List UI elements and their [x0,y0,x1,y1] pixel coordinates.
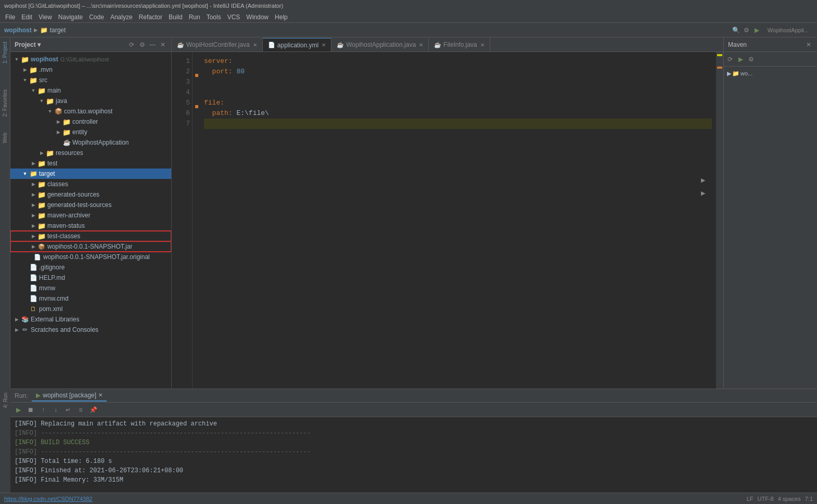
test-arrow: ▶ [29,159,37,167]
tree-mvn[interactable]: ▶ 📁 .mvn [10,64,171,75]
tab-close-1[interactable]: ✕ [253,42,257,48]
tree-jar-original[interactable]: 📄 wopihost-0.0.1-SNAPSHOT.jar.original [10,252,171,262]
tab-wopi-controller-label: WopiHostContrller.java [186,41,250,48]
sync-icon[interactable]: ⟳ [127,41,136,49]
test-classes-icon: 📁 [37,232,46,240]
menu-run[interactable]: Run [186,12,203,22]
menu-refactor[interactable]: Refactor [136,12,165,22]
tree-helpmd[interactable]: 📄 HELP.md [10,273,171,283]
tree-ext-libs[interactable]: ▶ 📚 External Libraries [10,314,171,325]
menu-analyze[interactable]: Analyze [107,12,136,22]
tree-gen-sources[interactable]: ▶ 📁 generated-sources [10,189,171,200]
ctrl-arrow: ▶ [54,118,62,126]
run-label-strip[interactable]: 4: Run [2,391,9,410]
tree-scratches[interactable]: ▶ ✏ Scratches and Consoles [10,325,171,335]
run-tab-wopihost[interactable]: ▶ wopihost [package] ✕ [32,390,107,402]
settings-icon[interactable]: ⚙ [138,41,146,49]
tree-mvnw[interactable]: 📄 mvnw [10,283,171,293]
scratches-icon: ✏ [21,326,29,334]
tree-root[interactable]: ▼ 📁 wopihost G:\GitLab\wopihost [10,54,171,64]
run-stop-btn[interactable]: ⏹ [25,404,36,416]
code-line-4 [204,87,712,98]
maven-content: ▶ 📁 wo... [724,67,817,389]
hide-icon[interactable]: ✕ [159,41,167,49]
run-up-btn[interactable]: ↑ [37,404,49,416]
tree-resources[interactable]: ▶ 📁 resources [10,148,171,158]
collapse-icon[interactable]: — [148,41,157,49]
menu-help[interactable]: Help [272,12,291,22]
run-filter-btn[interactable]: ≡ [75,404,86,416]
tree-controller[interactable]: ▶ 📁 controller [10,117,171,127]
tree-main[interactable]: ▼ 📁 main [10,85,171,96]
favorites-strip-tab[interactable]: 2: Favorites [1,87,9,119]
tree-mvnwcmd[interactable]: 📄 mvnw.cmd [10,293,171,304]
tree-java[interactable]: ▼ 📁 java [10,96,171,106]
mvn-arrow: ▶ [21,66,29,74]
maven-close-icon[interactable]: ✕ [805,41,813,49]
menu-build[interactable]: Build [165,12,186,22]
tab-close-4[interactable]: ✕ [480,42,484,48]
bottom-side-icons: 4: Run [0,389,10,493]
menu-navigate[interactable]: Navigate [55,12,86,22]
editor-code[interactable]: server: port: 80 file: path: E:\file\ [200,52,716,389]
tree-src[interactable]: ▼ 📁 src [10,75,171,85]
tree-target[interactable]: ▼ 📁 target [10,169,171,179]
tab-wopi-controller[interactable]: ☕ WopiHostContrller.java ✕ [172,38,263,51]
menu-edit[interactable]: Edit [18,12,35,22]
menu-view[interactable]: View [35,12,55,22]
maven-sync-icon[interactable]: ⟳ [726,55,734,63]
tree-wopi-app[interactable]: ☕ WopihostApplication [10,137,171,148]
run-pin-btn[interactable]: 📌 [87,404,99,416]
maven-arch-icon: 📁 [37,211,46,219]
entity-label: entity [72,128,87,136]
tab-wopi-app[interactable]: ☕ WopihostApplication.java ✕ [331,38,429,51]
tab-close-3[interactable]: ✕ [419,42,423,48]
main-folder-icon: 📁 [37,86,46,95]
tree-maven-archiver[interactable]: ▶ 📁 maven-archiver [10,210,171,221]
editor-scrollbar[interactable] [716,52,723,389]
tree-entity[interactable]: ▶ 📁 entity [10,127,171,137]
tree-package[interactable]: ▼ 📦 com.tao.wopihost [10,106,171,117]
gear-icon[interactable]: ⚙ [743,26,751,34]
menu-code[interactable]: Code [86,12,107,22]
menu-file[interactable]: File [2,12,18,22]
project-name[interactable]: wopihost [4,27,32,34]
menu-vcs[interactable]: VCS [224,12,244,22]
code-key-path: path: [212,108,233,119]
tab-fileinfo[interactable]: ☕ FileInfo.java ✕ [429,38,490,51]
run-icon[interactable]: ▶ [753,26,761,34]
target-folder[interactable]: target [50,27,66,34]
tab-close-2[interactable]: ✕ [322,42,326,48]
tree-gitignore[interactable]: 📄 .gitignore [10,262,171,273]
run-down-btn[interactable]: ↓ [50,404,61,416]
menu-window[interactable]: Window [243,12,272,22]
maven-settings-icon[interactable]: ⚙ [747,55,755,63]
run-play-btn[interactable]: ▶ [12,404,24,416]
search-icon[interactable]: 🔍 [732,26,741,34]
tree-gen-test-sources[interactable]: ▶ 📁 generated-test-sources [10,200,171,210]
title-bar: wopihost [G:\GitLab\wopihost] – ...\src\… [0,0,817,11]
mvnw-icon: 📄 [29,284,37,292]
tree-maven-status[interactable]: ▶ 📁 maven-status [10,221,171,231]
pomxml-label: pom.xml [39,305,62,313]
maven-toolbar: ⟳ ▶ ⚙ [724,52,817,67]
run-wrap-btn[interactable]: ↵ [62,404,74,416]
gitignore-icon: 📄 [29,263,37,272]
editor-area: ☕ WopiHostContrller.java ✕ 📄 application… [172,37,723,389]
status-lf: LF [747,496,754,502]
web-strip-tab[interactable]: Web [1,131,9,145]
status-right: LF UTF-8 4 spaces 7:1 [747,496,813,502]
maven-run-icon[interactable]: ▶ [736,55,745,63]
menu-tools[interactable]: Tools [203,12,224,22]
tab-application-yml[interactable]: 📄 application.yml ✕ [263,38,331,51]
tree-classes[interactable]: ▶ 📁 classes [10,179,171,189]
tree-snapshot-jar[interactable]: ▶ 📦 wopihost-0.0.1-SNAPSHOT.jar [10,241,171,252]
gen-test-src-label: generated-test-sources [47,201,111,209]
tree-test[interactable]: ▶ 📁 test [10,158,171,169]
run-tab-close[interactable]: ✕ [98,392,103,398]
tree-test-classes[interactable]: ▶ 📁 test-classes [10,231,171,241]
maven-item-wo[interactable]: ▶ 📁 wo... [726,69,815,78]
project-strip-tab[interactable]: 1: Project [1,40,9,66]
tree-pomxml[interactable]: 🗋 pom.xml [10,304,171,314]
status-url[interactable]: https://blog.csdn.net/CSDN774382 [4,496,92,502]
